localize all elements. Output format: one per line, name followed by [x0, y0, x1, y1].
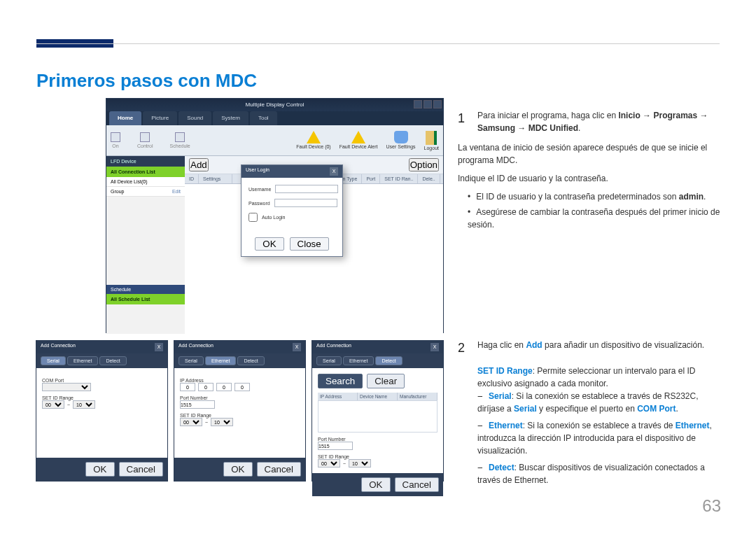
- tab-detect[interactable]: Detect: [237, 356, 264, 365]
- add-connection-serial: Add ConnectionX Serial Ethernet Detect C…: [36, 340, 168, 482]
- close-icon[interactable]: X: [293, 343, 301, 351]
- search-button[interactable]: Search: [318, 374, 363, 388]
- ok-button[interactable]: OK: [361, 477, 390, 492]
- para-login-window: La ventana de inicio de sesión aparece d…: [458, 141, 724, 167]
- port-input[interactable]: [318, 442, 353, 450]
- page-number: 63: [702, 496, 721, 516]
- setid-to[interactable]: 10: [211, 418, 233, 426]
- auto-login-checkbox[interactable]: [248, 213, 258, 222]
- setid-from[interactable]: 00: [318, 459, 340, 468]
- detect-table-header: IP Address Device Name Manufacturer: [318, 393, 438, 400]
- ok-button[interactable]: OK: [223, 462, 252, 477]
- instructions-step2: 2 Haga clic en Add para añadir un dispos…: [458, 339, 724, 491]
- add-connection-detect: Add ConnectionX Serial Ethernet Detect S…: [312, 340, 444, 482]
- tab-serial[interactable]: Serial: [316, 356, 342, 365]
- mdc-toolbar: On Control Schedule Fault Device (0) Fau…: [106, 125, 443, 156]
- close-icon[interactable]: [433, 100, 442, 108]
- user-icon: [394, 131, 408, 143]
- ip-4[interactable]: [234, 383, 250, 391]
- cancel-button[interactable]: Cancel: [395, 477, 440, 492]
- toolbar-schedule[interactable]: Schedule: [170, 132, 190, 148]
- logout-icon: [426, 131, 437, 145]
- setid-from[interactable]: 00: [42, 400, 64, 409]
- toolbar-fault-alert[interactable]: Fault Device Alert: [340, 131, 378, 150]
- col-setid: SET ID Ran..: [380, 174, 418, 183]
- col-port: Port: [362, 174, 380, 183]
- toolbar-fault-device[interactable]: Fault Device (0): [296, 131, 330, 150]
- side-edit[interactable]: Edit: [172, 189, 181, 194]
- toolbar-logout[interactable]: Logout: [424, 131, 439, 150]
- option-button[interactable]: Option: [409, 158, 439, 171]
- ip-3[interactable]: [216, 383, 232, 391]
- password-input[interactable]: [274, 199, 337, 207]
- tab-system[interactable]: System: [213, 111, 248, 125]
- tab-serial[interactable]: Serial: [41, 356, 66, 365]
- tab-picture[interactable]: Picture: [143, 111, 177, 125]
- side-all-schedule[interactable]: All Schedule List: [106, 294, 185, 304]
- tab-ethernet[interactable]: Ethernet: [343, 356, 374, 365]
- username-input[interactable]: [275, 185, 338, 193]
- step1-text: Para iniciar el programa, haga clic en I…: [477, 109, 724, 134]
- user-login-dialog: User Login X Username Password Auto Logi…: [241, 164, 343, 257]
- tab-detect[interactable]: Detect: [99, 356, 126, 365]
- mdc-sidebar: LFD Device All Connection List All Devic…: [106, 156, 185, 334]
- step-number-1: 1: [458, 109, 469, 134]
- login-ok-button[interactable]: OK: [255, 237, 284, 251]
- toolbar-on[interactable]: On: [111, 132, 120, 148]
- port-label: Port Number: [180, 395, 300, 400]
- add-connection-ethernet: Add ConnectionX Serial Ethernet Detect I…: [174, 340, 306, 482]
- com-port-select[interactable]: [42, 383, 91, 391]
- tab-sound[interactable]: Sound: [178, 111, 211, 125]
- setid-to[interactable]: 10: [73, 400, 95, 409]
- ac-title: Add Connection: [178, 343, 214, 351]
- username-label: Username: [248, 187, 271, 192]
- ip-1[interactable]: [180, 383, 195, 391]
- side-schedule[interactable]: Schedule: [106, 285, 185, 294]
- control-icon: [140, 132, 150, 142]
- add-connection-row: Add ConnectionX Serial Ethernet Detect C…: [36, 340, 444, 482]
- setid-label: SET ID Range: [318, 454, 438, 459]
- toolbar-user-settings[interactable]: User Settings: [386, 131, 416, 150]
- side-lfd[interactable]: LFD Device: [106, 156, 185, 167]
- col-settings: Settings: [199, 174, 232, 183]
- warning-icon: [307, 131, 321, 143]
- tab-ethernet[interactable]: Ethernet: [205, 356, 236, 365]
- bullet-change-password: Asegúrese de cambiar la contraseña despu…: [468, 206, 724, 231]
- clear-button[interactable]: Clear: [367, 374, 405, 388]
- tab-tool[interactable]: Tool: [250, 111, 277, 125]
- col-id: ID: [185, 174, 199, 183]
- setid-from[interactable]: 00: [180, 418, 202, 426]
- warning-icon: [351, 131, 365, 143]
- setid-to[interactable]: 10: [349, 459, 371, 468]
- side-all-device[interactable]: All Device List(0): [106, 177, 185, 187]
- maximize-icon[interactable]: [424, 100, 432, 108]
- mdc-titlebar: Multiple Display Control: [106, 99, 443, 111]
- para-enter-creds: Indique el ID de usuario y la contraseña…: [458, 172, 724, 185]
- side-all-connection[interactable]: All Connection List: [106, 167, 185, 177]
- toolbar-control[interactable]: Control: [137, 132, 153, 148]
- login-close-button[interactable]: Close: [290, 237, 329, 251]
- tab-detect[interactable]: Detect: [375, 356, 402, 365]
- tab-ethernet[interactable]: Ethernet: [67, 356, 98, 365]
- tab-serial[interactable]: Serial: [178, 356, 204, 365]
- close-icon[interactable]: X: [330, 167, 338, 176]
- ip-2[interactable]: [198, 383, 214, 391]
- cancel-button[interactable]: Cancel: [119, 462, 164, 477]
- cancel-button[interactable]: Cancel: [257, 462, 302, 477]
- bullet-default-creds: El ID de usuario y la contraseña predete…: [468, 190, 724, 203]
- sub-detect: Detect: Buscar dispositivos de visualiza…: [477, 461, 724, 486]
- minimize-icon[interactable]: [414, 100, 422, 108]
- close-icon[interactable]: X: [155, 343, 163, 351]
- detect-list: [318, 400, 438, 433]
- tab-home[interactable]: Home: [109, 111, 141, 125]
- add-button[interactable]: Add: [189, 158, 209, 171]
- ac-title: Add Connection: [41, 343, 76, 351]
- ac-title: Add Connection: [316, 343, 351, 351]
- port-input[interactable]: [180, 400, 215, 409]
- sub-serial: Serial: Si la conexión se establece a tr…: [477, 390, 724, 415]
- sub-ethernet: Ethernet: Si la conexión se establece a …: [477, 419, 724, 457]
- close-icon[interactable]: X: [430, 343, 439, 351]
- mdc-window-title: Multiple Display Control: [245, 101, 304, 108]
- side-group[interactable]: Group: [111, 189, 124, 194]
- ok-button[interactable]: OK: [85, 462, 114, 477]
